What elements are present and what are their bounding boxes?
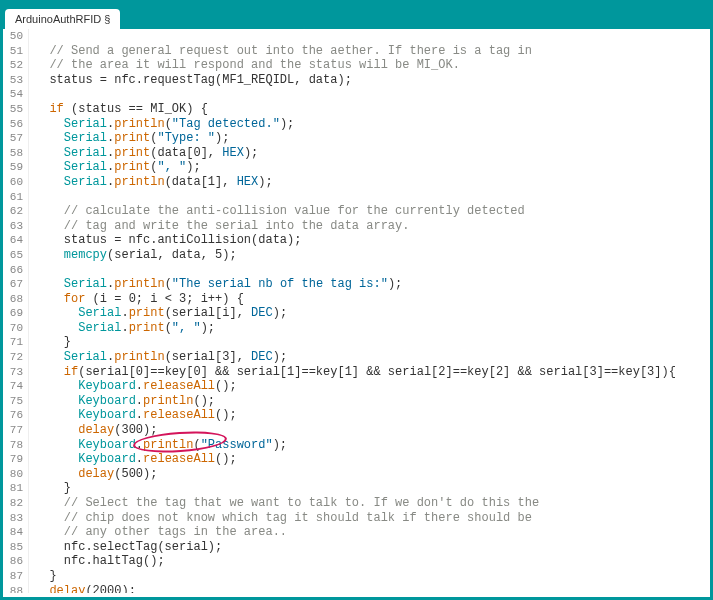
code-line[interactable]: 83 // chip does not know which tag it sh…: [3, 511, 710, 526]
code-line[interactable]: 87 }: [3, 569, 710, 584]
code-line[interactable]: 73 if(serial[0]==key[0] && serial[1]==ke…: [3, 365, 710, 380]
line-number: 57: [3, 131, 29, 146]
code-line[interactable]: 69 Serial.print(serial[i], DEC);: [3, 306, 710, 321]
code-line[interactable]: 51 // Send a general request out into th…: [3, 44, 710, 59]
code-line[interactable]: 54: [3, 87, 710, 102]
line-content: [29, 190, 35, 205]
line-content: delay(2000);: [29, 584, 136, 593]
code-line[interactable]: 57 Serial.print("Type: ");: [3, 131, 710, 146]
line-content: // any other tags in the area..: [29, 525, 287, 540]
line-number: 66: [3, 263, 29, 278]
line-number: 69: [3, 306, 29, 321]
line-content: nfc.haltTag();: [29, 554, 165, 569]
file-tab[interactable]: ArduinoAuthRFID §: [5, 9, 120, 29]
line-content: Serial.println("The serial nb of the tag…: [29, 277, 402, 292]
line-number: 86: [3, 554, 29, 569]
code-line[interactable]: 80 delay(500);: [3, 467, 710, 482]
line-content: [29, 263, 35, 278]
code-line[interactable]: 88 delay(2000);: [3, 584, 710, 593]
tab-bar: ArduinoAuthRFID §: [3, 3, 710, 29]
code-line[interactable]: 79 Keyboard.releaseAll();: [3, 452, 710, 467]
line-number: 58: [3, 146, 29, 161]
code-line[interactable]: 52 // the area it will respond and the s…: [3, 58, 710, 73]
code-line[interactable]: 67 Serial.println("The serial nb of the …: [3, 277, 710, 292]
line-content: }: [29, 335, 71, 350]
code-line[interactable]: 70 Serial.print(", ");: [3, 321, 710, 336]
code-line[interactable]: 65 memcpy(serial, data, 5);: [3, 248, 710, 263]
code-line[interactable]: 86 nfc.haltTag();: [3, 554, 710, 569]
code-line[interactable]: 64 status = nfc.antiCollision(data);: [3, 233, 710, 248]
line-content: // Select the tag that we want to talk t…: [29, 496, 539, 511]
line-content: nfc.selectTag(serial);: [29, 540, 222, 555]
line-number: 74: [3, 379, 29, 394]
code-line[interactable]: 78 Keyboard.println("Password");: [3, 438, 710, 453]
code-line[interactable]: 55 if (status == MI_OK) {: [3, 102, 710, 117]
line-number: 88: [3, 584, 29, 593]
line-content: Serial.println(data[1], HEX);: [29, 175, 273, 190]
line-content: Serial.print("Type: ");: [29, 131, 229, 146]
code-line[interactable]: 68 for (i = 0; i < 3; i++) {: [3, 292, 710, 307]
line-content: Keyboard.println();: [29, 394, 215, 409]
line-content: Serial.println("Tag detected.");: [29, 117, 294, 132]
code-line[interactable]: 66: [3, 263, 710, 278]
code-line[interactable]: 60 Serial.println(data[1], HEX);: [3, 175, 710, 190]
line-number: 72: [3, 350, 29, 365]
line-number: 70: [3, 321, 29, 336]
line-number: 79: [3, 452, 29, 467]
line-number: 54: [3, 87, 29, 102]
line-number: 64: [3, 233, 29, 248]
line-number: 62: [3, 204, 29, 219]
code-area[interactable]: 50 51 // Send a general request out into…: [3, 29, 710, 593]
line-number: 78: [3, 438, 29, 453]
line-content: // Send a general request out into the a…: [29, 44, 532, 59]
code-line[interactable]: 84 // any other tags in the area..: [3, 525, 710, 540]
line-content: Serial.println(serial[3], DEC);: [29, 350, 287, 365]
code-line[interactable]: 77 delay(300);: [3, 423, 710, 438]
line-number: 73: [3, 365, 29, 380]
line-content: // calculate the anti-collision value fo…: [29, 204, 525, 219]
editor-frame: ArduinoAuthRFID § 50 51 // Send a genera…: [0, 0, 713, 600]
code-line[interactable]: 72 Serial.println(serial[3], DEC);: [3, 350, 710, 365]
code-line[interactable]: 61: [3, 190, 710, 205]
code-line[interactable]: 59 Serial.print(", ");: [3, 160, 710, 175]
line-number: 83: [3, 511, 29, 526]
line-number: 75: [3, 394, 29, 409]
line-content: Serial.print(serial[i], DEC);: [29, 306, 287, 321]
line-content: Keyboard.releaseAll();: [29, 379, 237, 394]
code-line[interactable]: 62 // calculate the anti-collision value…: [3, 204, 710, 219]
line-content: for (i = 0; i < 3; i++) {: [29, 292, 244, 307]
line-content: // the area it will respond and the stat…: [29, 58, 460, 73]
line-number: 59: [3, 160, 29, 175]
line-content: delay(300);: [29, 423, 157, 438]
line-content: delay(500);: [29, 467, 157, 482]
line-content: Keyboard.releaseAll();: [29, 452, 237, 467]
code-line[interactable]: 63 // tag and write the serial into the …: [3, 219, 710, 234]
line-number: 77: [3, 423, 29, 438]
line-number: 85: [3, 540, 29, 555]
code-line[interactable]: 81 }: [3, 481, 710, 496]
line-content: status = nfc.requestTag(MF1_REQIDL, data…: [29, 73, 352, 88]
line-content: Serial.print(", ");: [29, 321, 215, 336]
line-number: 61: [3, 190, 29, 205]
code-line[interactable]: 50: [3, 29, 710, 44]
line-number: 52: [3, 58, 29, 73]
line-number: 50: [3, 29, 29, 44]
line-number: 80: [3, 467, 29, 482]
code-line[interactable]: 75 Keyboard.println();: [3, 394, 710, 409]
line-content: Keyboard.println("Password");: [29, 438, 287, 453]
code-line[interactable]: 53 status = nfc.requestTag(MF1_REQIDL, d…: [3, 73, 710, 88]
line-content: Serial.print(data[0], HEX);: [29, 146, 258, 161]
line-number: 56: [3, 117, 29, 132]
code-line[interactable]: 56 Serial.println("Tag detected.");: [3, 117, 710, 132]
line-number: 51: [3, 44, 29, 59]
code-line[interactable]: 82 // Select the tag that we want to tal…: [3, 496, 710, 511]
code-line[interactable]: 58 Serial.print(data[0], HEX);: [3, 146, 710, 161]
line-content: // tag and write the serial into the dat…: [29, 219, 409, 234]
code-line[interactable]: 76 Keyboard.releaseAll();: [3, 408, 710, 423]
code-line[interactable]: 74 Keyboard.releaseAll();: [3, 379, 710, 394]
line-number: 71: [3, 335, 29, 350]
line-number: 87: [3, 569, 29, 584]
code-line[interactable]: 85 nfc.selectTag(serial);: [3, 540, 710, 555]
line-number: 81: [3, 481, 29, 496]
code-line[interactable]: 71 }: [3, 335, 710, 350]
